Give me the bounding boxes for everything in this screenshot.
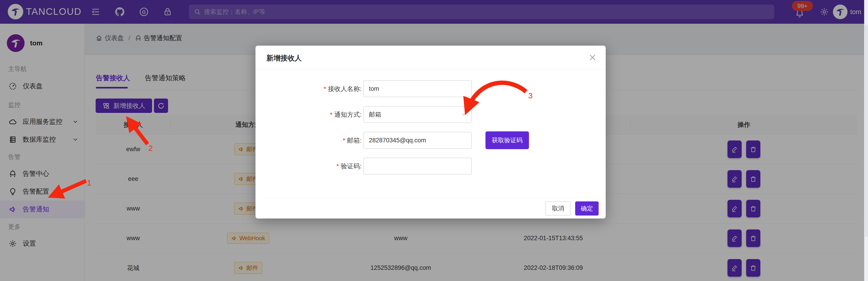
required-asterisk: *	[323, 85, 326, 93]
email-input[interactable]	[364, 132, 472, 149]
modal-header: 新增接收人	[255, 46, 606, 69]
annotation-step-3: 3	[528, 91, 533, 100]
form-row-email: *邮箱: 获取验证码	[255, 132, 606, 149]
form-row-receiver-name: *接收人名称:	[255, 80, 606, 97]
add-receiver-modal: 新增接收人 *接收人名称: *通知方式: 邮箱 *邮箱: 获取验证码 *验证码:…	[255, 46, 606, 219]
chevron-down-icon	[461, 112, 467, 117]
close-icon[interactable]	[588, 53, 596, 62]
required-asterisk: *	[336, 163, 339, 170]
receiver-name-input[interactable]	[364, 80, 472, 97]
annotation-step-2: 2	[149, 144, 153, 152]
modal-footer: 取消 确定	[255, 198, 606, 219]
scrollbar-thumb[interactable]	[865, 25, 868, 237]
notify-method-select[interactable]: 邮箱	[364, 106, 472, 123]
annotation-step-1: 1	[87, 178, 91, 187]
get-verification-code-button[interactable]: 获取验证码	[486, 131, 529, 149]
vertical-scrollbar[interactable]	[864, 0, 868, 281]
modal-title: 新增接收人	[267, 53, 302, 63]
required-asterisk: *	[343, 137, 345, 144]
cancel-button[interactable]: 取消	[545, 201, 571, 216]
confirm-button[interactable]: 确定	[575, 201, 599, 216]
required-asterisk: *	[330, 111, 333, 118]
form-row-notify-method: *通知方式: 邮箱	[255, 106, 606, 123]
verification-code-input[interactable]	[364, 158, 472, 174]
form-row-verification-code: *验证码:	[255, 158, 606, 175]
